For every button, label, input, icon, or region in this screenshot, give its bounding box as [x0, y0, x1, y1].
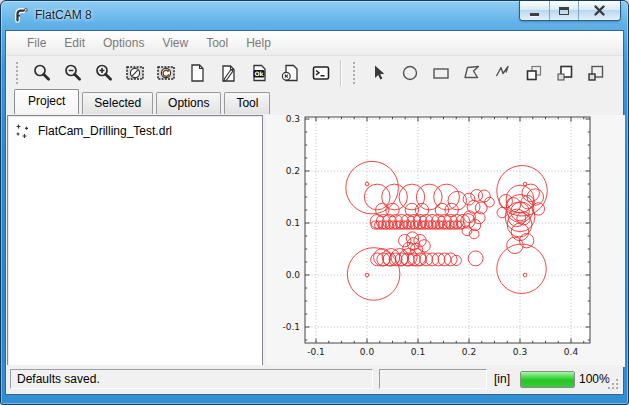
svg-text:0.0: 0.0	[286, 270, 301, 280]
new-file-button[interactable]	[183, 60, 210, 86]
svg-text:0.1: 0.1	[411, 347, 425, 357]
intersection-tool-button[interactable]	[551, 60, 578, 86]
tree-item-drill-file[interactable]: FlatCam_Drilling_Test.drl	[8, 116, 262, 139]
menu-edit[interactable]: Edit	[55, 33, 94, 53]
menu-file[interactable]: File	[18, 33, 55, 53]
tab-selected[interactable]: Selected	[82, 92, 153, 114]
zoom-out-icon	[63, 63, 83, 83]
toolbar: Ok	[6, 56, 623, 90]
svg-text:-0.1: -0.1	[307, 347, 325, 357]
maximize-icon	[559, 7, 569, 15]
svg-text:0.2: 0.2	[462, 347, 476, 357]
status-message-box: Defaults saved.	[10, 369, 373, 389]
draw-polyline-icon	[493, 63, 513, 83]
progress-percent-label: 100%	[579, 372, 610, 386]
units-label: [in]	[494, 372, 510, 386]
app-window: FlatCAM 8 FileEditOptionsViewToolHelp	[0, 0, 629, 405]
union-icon	[524, 63, 544, 83]
tree-item-label: FlatCam_Drilling_Test.drl	[38, 124, 172, 138]
delete-object-icon	[280, 63, 300, 83]
toolbar-separator	[340, 60, 341, 86]
client-area: FileEditOptionsViewToolHelp	[5, 30, 624, 395]
menu-tool[interactable]: Tool	[197, 33, 237, 53]
tab-options[interactable]: Options	[156, 92, 221, 114]
menubar: FileEditOptionsViewToolHelp	[6, 31, 623, 56]
close-icon	[594, 5, 605, 16]
svg-text:0.4: 0.4	[564, 347, 579, 357]
zoom-in-button[interactable]	[90, 60, 117, 86]
close-button[interactable]	[578, 1, 620, 20]
zoom-in-icon	[94, 63, 114, 83]
caption-buttons	[519, 1, 621, 21]
shell-icon	[311, 63, 331, 83]
svg-text:-0.1: -0.1	[282, 322, 300, 332]
resize-grip[interactable]	[608, 379, 619, 390]
flatcam-app-icon	[13, 7, 29, 23]
clear-plot-button[interactable]	[121, 60, 148, 86]
subtract-icon	[586, 63, 606, 83]
menu-options[interactable]: Options	[94, 33, 153, 53]
shell-button[interactable]	[307, 60, 334, 86]
ok-icon: Ok	[249, 63, 269, 83]
replot-button[interactable]	[152, 60, 179, 86]
window-title: FlatCAM 8	[35, 8, 92, 22]
minimize-button[interactable]	[520, 1, 549, 20]
zoom-fit-button[interactable]	[28, 60, 55, 86]
union-tool-button[interactable]	[520, 60, 547, 86]
intersection-icon	[555, 63, 575, 83]
tab-project[interactable]: Project	[14, 89, 79, 114]
toolbar-group-geometry	[343, 60, 613, 86]
toolbar-drag-handle[interactable]	[353, 62, 356, 84]
delete-object-button[interactable]	[276, 60, 303, 86]
status-secondary-box	[379, 369, 487, 389]
new-file-icon	[187, 63, 207, 83]
zoom-out-button[interactable]	[59, 60, 86, 86]
draw-rectangle-button[interactable]	[427, 60, 454, 86]
edit-file-button[interactable]	[214, 60, 241, 86]
subtract-tool-button[interactable]	[582, 60, 609, 86]
svg-text:0.3: 0.3	[286, 115, 300, 124]
select-tool-button[interactable]	[365, 60, 392, 86]
drill-object-icon	[15, 123, 31, 139]
draw-polygon-button[interactable]	[458, 60, 485, 86]
svg-text:0.3: 0.3	[513, 347, 527, 357]
draw-polygon-icon	[462, 63, 482, 83]
clear-plot-icon	[125, 63, 145, 83]
tab-bar: ProjectSelectedOptionsTool	[6, 90, 623, 114]
status-message: Defaults saved.	[17, 372, 100, 386]
ok-glyph: Ok	[254, 70, 264, 77]
draw-circle-icon	[400, 63, 420, 83]
replot-icon	[156, 63, 176, 83]
select-icon	[369, 63, 389, 83]
titlebar[interactable]: FlatCAM 8	[1, 1, 628, 30]
project-tree-panel[interactable]: FlatCam_Drilling_Test.drl	[7, 115, 263, 367]
status-bar: Defaults saved. [in] 100%	[6, 365, 623, 394]
svg-text:0.0: 0.0	[360, 347, 375, 357]
minimize-icon	[530, 13, 539, 16]
draw-rectangle-icon	[431, 63, 451, 83]
svg-text:0.1: 0.1	[286, 218, 300, 228]
svg-text:0.2: 0.2	[286, 166, 300, 176]
draw-circle-button[interactable]	[396, 60, 423, 86]
progress-bar	[520, 371, 575, 388]
ok-button[interactable]: Ok	[245, 60, 272, 86]
draw-polyline-button[interactable]	[489, 60, 516, 86]
maximize-button[interactable]	[549, 1, 578, 20]
edit-file-icon	[218, 63, 238, 83]
tab-tool[interactable]: Tool	[224, 92, 270, 114]
menu-help[interactable]: Help	[237, 33, 280, 53]
zoom-fit-icon	[32, 63, 52, 83]
toolbar-drag-handle[interactable]	[16, 62, 19, 84]
drill-plot-canvas[interactable]: -0.10.00.10.20.30.4-0.10.00.10.20.3	[266, 115, 625, 367]
toolbar-group-main: Ok	[6, 60, 338, 86]
menu-view[interactable]: View	[153, 33, 197, 53]
progress-fill	[521, 372, 574, 387]
